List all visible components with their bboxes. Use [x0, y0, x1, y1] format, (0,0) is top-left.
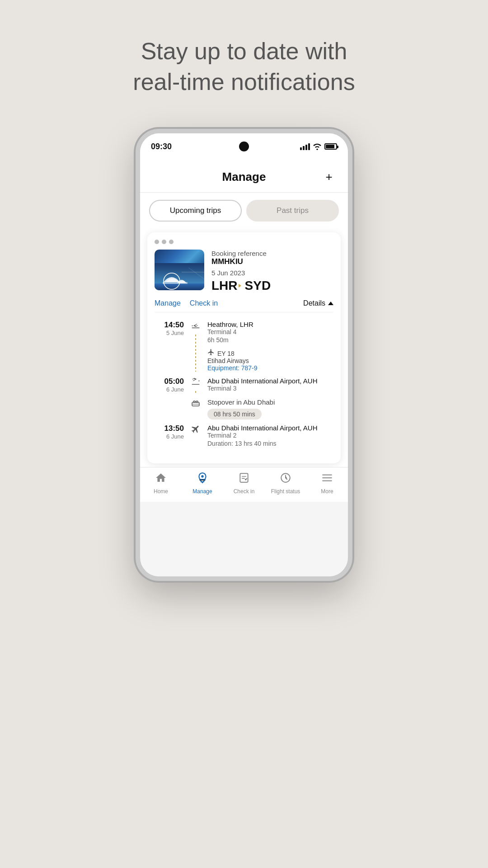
flight-timeline: 14:50 5 June Heathrow, LHR [155, 317, 333, 456]
headline-line2: real-time notifications [133, 69, 355, 95]
flight-date: 5 Jun 2023 [211, 269, 271, 277]
booking-top: Booking reference MMHKIU 5 Jun 2023 LHR … [155, 250, 333, 293]
depart-date-2: 6 June [155, 433, 184, 440]
booking-ref-label: Booking reference [211, 250, 271, 257]
timeline-content-1: Heathrow, LHR Terminal 4 6h 50m EY 18 Et… [207, 321, 333, 372]
nav-label-manage: Manage [192, 488, 212, 495]
check-in-button[interactable]: Check in [190, 299, 218, 307]
phone-frame: 09:30 Manage + Upcoming trips P [136, 129, 352, 581]
booking-info: Booking reference MMHKIU 5 Jun 2023 LHR … [211, 250, 271, 293]
timeline-icon-col-1 [189, 321, 202, 372]
nav-item-more[interactable]: More [311, 472, 343, 495]
timeline-line-arrive-1 [195, 391, 196, 393]
timeline-icon-col-arrive-1 [189, 377, 202, 393]
time-col-arrive-1: 05:00 6 June [155, 377, 184, 393]
depart-icon-2 [191, 424, 201, 436]
status-bar: 09:30 [140, 133, 348, 160]
nav-item-home[interactable]: Home [145, 472, 177, 495]
clock: 09:30 [151, 142, 172, 151]
wifi-icon [313, 143, 322, 150]
nav-item-checkin[interactable]: Check in [228, 472, 260, 495]
leg2-duration: Duration: 13 hrs 40 mins [207, 440, 333, 447]
flight-status-icon [280, 472, 291, 486]
dot-1 [155, 240, 159, 244]
nav-label-flight-status: Flight status [271, 488, 300, 495]
airport-2: Abu Dhabi International Airport, AUH [207, 424, 333, 432]
duration-1: 6h 50m [207, 336, 333, 344]
tab-upcoming-trips[interactable]: Upcoming trips [149, 200, 242, 222]
dot-2 [162, 240, 166, 244]
stopover-icon [190, 398, 201, 411]
equipment-1: Equipment: 787-9 [207, 364, 333, 372]
stopover-section: Stopover in Abu Dhabi 08 hrs 50 mins [155, 398, 333, 420]
stopover-content: Stopover in Abu Dhabi 08 hrs 50 mins [207, 398, 333, 420]
trip-card: Booking reference MMHKIU 5 Jun 2023 LHR … [147, 232, 341, 463]
timeline-item-depart-1: 14:50 5 June Heathrow, LHR [155, 321, 333, 372]
airport-arrive-1: Abu Dhabi International Airport, AUH [207, 377, 333, 385]
airport-1: Heathrow, LHR [207, 321, 333, 328]
status-icons [300, 143, 337, 150]
leg2-duration-value: 13 hrs 40 mins [235, 440, 277, 447]
destination-airport: SYD [245, 278, 271, 293]
opera-house-illustration [155, 263, 204, 290]
camera-notch [239, 142, 249, 151]
depart-icon-1 [191, 321, 201, 333]
tab-past-trips[interactable]: Past trips [246, 200, 339, 222]
bottom-navigation: Home Manage [140, 467, 348, 502]
arrive-time-1: 05:00 [155, 377, 184, 386]
action-buttons: Manage Check in Details [155, 299, 333, 312]
equipment-label: Equipment: [207, 364, 239, 372]
time-col-2: 13:50 6 June [155, 424, 184, 447]
details-button[interactable]: Details [303, 299, 333, 307]
manage-icon [197, 472, 208, 486]
stopover-duration: 08 hrs 50 mins [207, 409, 262, 420]
page-title: Manage [167, 170, 321, 184]
timeline-icon-col-2 [189, 424, 202, 447]
flight-num-1: EY 18 [217, 350, 235, 357]
headline-line1: Stay up to date with [141, 38, 347, 64]
nav-label-more: More [321, 488, 333, 495]
timeline-item-arrive-1: 05:00 6 June Abu Dhabi Intern [155, 377, 333, 393]
airline-1: Etihad Airways [207, 357, 333, 364]
app-header: Manage + [140, 160, 348, 193]
svg-rect-8 [196, 401, 198, 402]
stopover-icon-col [189, 398, 202, 413]
battery-icon [324, 143, 337, 150]
nav-item-flight-status[interactable]: Flight status [270, 472, 301, 495]
dot-3 [169, 240, 174, 244]
dots-menu [155, 240, 333, 244]
details-label: Details [303, 299, 325, 307]
depart-time-1: 14:50 [155, 321, 184, 330]
equipment-value: 787-9 [241, 364, 258, 372]
booking-ref-code: MMHKIU [211, 257, 271, 266]
add-button[interactable]: + [321, 169, 337, 185]
timeline-line-1 [195, 335, 196, 372]
signal-icon [300, 143, 310, 150]
terminal-1: Terminal 4 [207, 328, 333, 335]
timeline-content-2: Abu Dhabi International Airport, AUH Ter… [207, 424, 333, 447]
depart-time-2: 13:50 [155, 424, 184, 433]
screen: Manage + Upcoming trips Past trips [140, 160, 348, 502]
headline: Stay up to date with real-time notificat… [133, 36, 355, 97]
terminal-arrive-1: Terminal 3 [207, 385, 333, 392]
nav-label-home: Home [154, 488, 168, 495]
nav-item-manage[interactable]: Manage [187, 472, 218, 495]
flight-icon-1 [207, 349, 215, 356]
tabs-row: Upcoming trips Past trips [140, 193, 348, 229]
timeline-content-arrive-1: Abu Dhabi International Airport, AUH Ter… [207, 377, 333, 393]
destination-image [155, 250, 204, 290]
depart-date-1: 5 June [155, 330, 184, 336]
time-col-1: 14:50 5 June [155, 321, 184, 372]
svg-rect-3 [163, 282, 188, 284]
manage-button[interactable]: Manage [155, 299, 181, 307]
more-icon [321, 472, 333, 486]
svg-point-10 [201, 475, 203, 477]
timeline-item-depart-2: 13:50 6 June Abu Dhabi International Air… [155, 424, 333, 447]
nav-label-checkin: Check in [234, 488, 255, 495]
svg-rect-7 [193, 401, 195, 402]
left-action-buttons: Manage Check in [155, 299, 218, 307]
checkin-icon [238, 472, 250, 486]
leg2-duration-label: Duration: [207, 440, 233, 447]
route-row: LHR SYD [211, 278, 271, 293]
home-icon [155, 472, 167, 486]
